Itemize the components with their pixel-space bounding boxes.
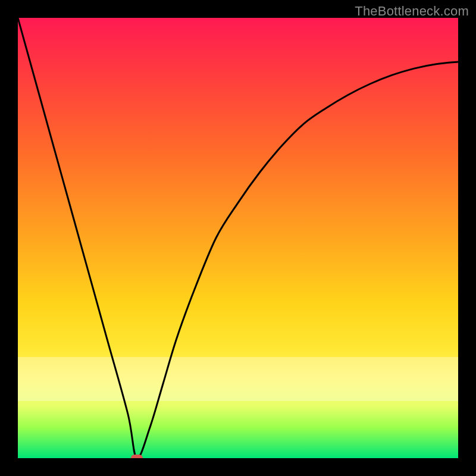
plot-area (18, 18, 458, 458)
watermark-text: TheBottleneck.com (355, 4, 469, 19)
bottleneck-curve (18, 18, 458, 458)
chart-frame: TheBottleneck.com (0, 0, 476, 476)
minimum-marker (131, 455, 143, 458)
